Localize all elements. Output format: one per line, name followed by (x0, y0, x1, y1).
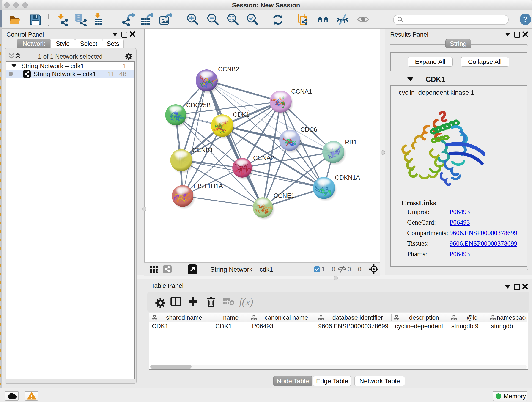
svg-text:CCNA1: CCNA1 (291, 88, 312, 95)
svg-text:CDK1: CDK1 (233, 111, 249, 118)
svg-text:CCNB2: CCNB2 (218, 66, 239, 73)
svg-text:CDKN1A: CDKN1A (335, 174, 360, 181)
svg-text:CDC6: CDC6 (300, 126, 317, 133)
svg-text:RB1: RB1 (345, 139, 357, 146)
svg-text:HIST1H1A: HIST1H1A (193, 183, 223, 190)
svg-text:CDC25B: CDC25B (186, 102, 211, 109)
svg-text:?: ? (523, 15, 528, 23)
svg-text:CCNA2: CCNA2 (253, 154, 274, 161)
svg-text:CCNB1: CCNB1 (192, 147, 213, 153)
svg-text:CCNE1: CCNE1 (273, 192, 295, 199)
